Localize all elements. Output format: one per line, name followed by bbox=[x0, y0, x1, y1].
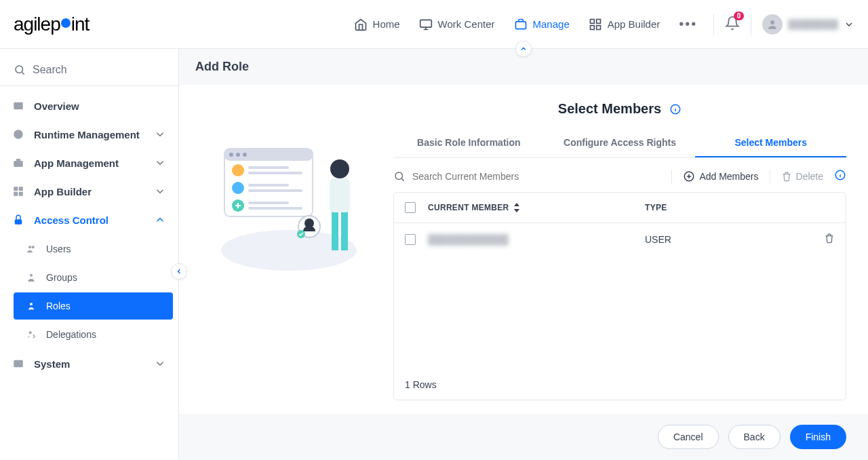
sidebar-item-runtime[interactable]: Runtime Management bbox=[0, 120, 178, 149]
illustration bbox=[201, 101, 377, 400]
members-search-input[interactable] bbox=[412, 171, 548, 182]
content-area: Select Members Basic Role Information Co… bbox=[179, 85, 868, 414]
select-all-checkbox[interactable] bbox=[405, 202, 416, 213]
notifications[interactable]: 0 bbox=[725, 16, 740, 33]
svg-point-6 bbox=[770, 20, 774, 24]
chevron-down-icon bbox=[154, 185, 166, 197]
chevron-down-icon bbox=[844, 19, 854, 30]
finish-button[interactable]: Finish bbox=[790, 425, 846, 449]
svg-rect-22 bbox=[14, 360, 23, 368]
row-delete-button[interactable] bbox=[824, 233, 835, 246]
sidebar-item-delegations[interactable]: Delegations bbox=[14, 321, 173, 348]
search-icon bbox=[393, 170, 406, 183]
nav-app-builder[interactable]: App Builder bbox=[589, 18, 660, 31]
back-button[interactable]: Back bbox=[728, 425, 781, 449]
table-header: CURRENT MEMBER TYPE bbox=[394, 193, 846, 223]
svg-rect-45 bbox=[330, 178, 350, 212]
toolbar-info-button[interactable] bbox=[834, 169, 846, 184]
svg-rect-2 bbox=[590, 19, 594, 23]
sidebar-item-label: Roles bbox=[46, 301, 71, 311]
column-header-member[interactable]: CURRENT MEMBER bbox=[428, 203, 645, 212]
svg-rect-33 bbox=[248, 184, 289, 187]
svg-rect-4 bbox=[590, 25, 594, 29]
search-icon bbox=[14, 64, 26, 76]
row-select-cell bbox=[405, 234, 428, 245]
tab-access-rights[interactable]: Configure Access Rights bbox=[545, 129, 696, 157]
wizard-tabs: Basic Role Information Configure Access … bbox=[393, 129, 846, 158]
add-members-button[interactable]: Add Members bbox=[683, 170, 758, 183]
svg-rect-14 bbox=[14, 192, 18, 196]
user-menu[interactable]: ████████ bbox=[762, 14, 854, 35]
sidebar-item-system[interactable]: System bbox=[0, 349, 178, 378]
sidebar-item-access-control[interactable]: Access Control bbox=[0, 206, 178, 234]
delete-button[interactable]: Delete bbox=[781, 171, 823, 182]
nav-home[interactable]: Home bbox=[354, 18, 400, 31]
column-header-type[interactable]: TYPE bbox=[645, 203, 835, 212]
svg-rect-5 bbox=[596, 25, 600, 29]
svg-rect-30 bbox=[248, 166, 289, 169]
cancel-button[interactable]: Cancel bbox=[658, 425, 719, 449]
svg-point-21 bbox=[29, 331, 32, 334]
search-placeholder: Search bbox=[33, 64, 67, 76]
app-header: agilepint Home Work Center Manage App Bu… bbox=[0, 0, 868, 49]
members-search[interactable] bbox=[393, 170, 660, 183]
sidebar-item-app-builder[interactable]: App Builder bbox=[0, 177, 178, 206]
tab-basic-info[interactable]: Basic Role Information bbox=[393, 129, 545, 157]
members-illustration bbox=[211, 142, 367, 277]
row-checkbox[interactable] bbox=[405, 234, 416, 245]
sidebar-item-users[interactable]: Users bbox=[14, 235, 173, 263]
info-icon[interactable] bbox=[669, 103, 682, 115]
svg-point-27 bbox=[236, 153, 240, 157]
chevron-up-icon bbox=[154, 214, 166, 226]
chevron-left-icon bbox=[175, 267, 183, 275]
svg-rect-1 bbox=[515, 21, 526, 28]
svg-rect-3 bbox=[596, 19, 600, 23]
nav-manage[interactable]: Manage bbox=[514, 18, 570, 31]
sidebar-list: Overview Runtime Management App Manageme… bbox=[0, 86, 178, 383]
users-icon bbox=[26, 244, 37, 254]
sidebar-collapse-toggle[interactable] bbox=[171, 263, 187, 280]
svg-point-32 bbox=[232, 182, 244, 194]
type-value: USER bbox=[645, 234, 671, 245]
svg-rect-10 bbox=[14, 161, 23, 167]
section-title: Select Members bbox=[393, 101, 846, 117]
tab-select-members[interactable]: Select Members bbox=[695, 129, 846, 157]
svg-rect-43 bbox=[332, 210, 338, 250]
sidebar-item-groups[interactable]: Groups bbox=[14, 264, 173, 291]
svg-rect-37 bbox=[248, 207, 302, 210]
chart-icon bbox=[12, 100, 24, 112]
sidebar-search[interactable]: Search bbox=[0, 54, 178, 86]
nav-label: Manage bbox=[533, 18, 570, 30]
top-nav: Home Work Center Manage App Builder ••• bbox=[354, 16, 698, 32]
chevron-down-icon bbox=[154, 358, 166, 370]
nav-more[interactable]: ••• bbox=[679, 16, 697, 32]
nav-label: App Builder bbox=[608, 18, 660, 30]
svg-point-19 bbox=[30, 274, 33, 277]
svg-rect-44 bbox=[341, 210, 348, 250]
svg-point-28 bbox=[243, 153, 247, 157]
nav-work-center[interactable]: Work Center bbox=[419, 18, 495, 31]
svg-point-20 bbox=[30, 303, 33, 305]
svg-point-29 bbox=[232, 164, 244, 176]
notification-badge: 0 bbox=[734, 12, 745, 20]
briefcase-icon bbox=[514, 18, 528, 31]
apps-icon bbox=[589, 18, 602, 31]
avatar bbox=[762, 14, 783, 35]
svg-rect-8 bbox=[14, 102, 23, 110]
sidebar-item-roles[interactable]: Roles bbox=[14, 292, 173, 320]
grid-icon bbox=[12, 185, 24, 197]
logo-dot bbox=[61, 18, 71, 28]
add-members-label: Add Members bbox=[699, 171, 758, 182]
section-title-text: Select Members bbox=[558, 101, 661, 117]
svg-rect-31 bbox=[248, 172, 302, 174]
sidebar-item-label: Runtime Management bbox=[34, 129, 140, 140]
layout: Search Overview Runtime Management App M… bbox=[0, 49, 868, 460]
sidebar-item-app-mgmt[interactable]: App Management bbox=[0, 149, 178, 177]
header-label: CURRENT MEMBER bbox=[428, 203, 509, 212]
header-collapse-toggle[interactable] bbox=[515, 41, 532, 57]
sidebar-item-label: System bbox=[34, 358, 70, 370]
separator bbox=[770, 170, 770, 183]
sidebar-item-overview[interactable]: Overview bbox=[0, 92, 178, 120]
briefcase-icon bbox=[12, 157, 24, 169]
select-all-cell bbox=[405, 202, 428, 213]
